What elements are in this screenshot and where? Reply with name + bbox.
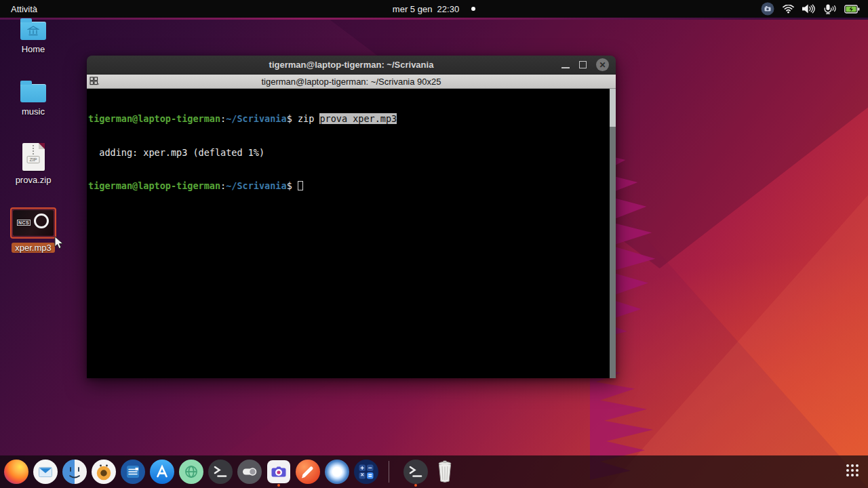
selection-highlight: NCS — [10, 207, 56, 239]
desktop-root: Attività mer 5 gen 22:30 — [0, 0, 868, 488]
tweaks-toggles-icon — [237, 460, 262, 484]
zip-file-icon: ZIP — [22, 143, 45, 171]
dock-item-screenshot[interactable] — [267, 455, 291, 488]
dock-item-signal[interactable] — [325, 455, 349, 488]
terminal-scrollbar[interactable] — [610, 89, 616, 378]
desktop-icon-xper-mp3[interactable]: NCS xper.mp3 — [7, 207, 60, 253]
dock-item-firefox[interactable] — [4, 455, 28, 488]
terminal-body[interactable]: tigerman@laptop-tigerman:~/Scrivania$ zi… — [87, 89, 616, 378]
signal-icon — [325, 460, 349, 484]
album-ring-icon — [34, 214, 49, 228]
desktop-icon-label: Home — [22, 44, 45, 54]
mp3-thumbnail-icon: NCS — [13, 210, 54, 236]
dock — [0, 455, 868, 488]
desktop-icon-music[interactable]: music — [7, 84, 60, 117]
home-folder-icon — [20, 22, 46, 40]
text-editor-pencil-icon — [296, 460, 320, 484]
dock-item-trash[interactable] — [433, 455, 457, 488]
clock[interactable]: mer 5 gen 22:30 — [393, 4, 459, 14]
ncs-logo: NCS — [17, 220, 31, 226]
camera-in-use-icon — [761, 2, 774, 16]
tab-title: tigerman@laptop-tigerman: ~/Scrivania 90… — [87, 77, 616, 87]
terminal-line-command: tigerman@laptop-tigerman:~/Scrivania$ zi… — [88, 113, 608, 125]
music-folder-icon — [20, 84, 46, 102]
trash-icon — [436, 460, 454, 483]
desktop-icon-prova-zip[interactable]: ZIP prova.zip — [7, 143, 60, 185]
donut-icon — [92, 460, 116, 484]
dock-item-donut[interactable] — [92, 455, 116, 488]
activities-button[interactable]: Attività — [11, 4, 37, 14]
system-indicators[interactable] — [761, 2, 860, 16]
wallpaper-glow — [0, 18, 868, 20]
close-button[interactable]: ✕ — [596, 58, 609, 71]
dock-separator — [389, 461, 389, 483]
tab-grid-icon[interactable] — [90, 77, 100, 86]
desktop-icon-label-selected: xper.mp3 — [12, 243, 54, 253]
window-title: tigerman@laptop-tigerman: ~/Scrivania — [87, 60, 616, 70]
show-applications-button[interactable] — [846, 464, 861, 479]
dock-item-documents[interactable] — [121, 455, 145, 488]
top-bar: Attività mer 5 gen 22:30 — [0, 0, 868, 18]
mail-icon — [33, 460, 58, 484]
desktop-icon-home[interactable]: Home — [7, 22, 60, 54]
dock-item-files[interactable] — [62, 455, 87, 488]
scrollbar-thumb[interactable] — [610, 89, 616, 127]
calculator-icon — [354, 460, 378, 484]
terminal-line-output: adding: xper.mp3 (deflated 1%) — [88, 147, 608, 159]
terminal-line-prompt: tigerman@laptop-tigerman:~/Scrivania$ — [88, 180, 608, 192]
terminal-cursor — [298, 181, 303, 190]
desktop-icon-label: prova.zip — [16, 175, 52, 185]
battery-charging-icon — [844, 5, 860, 14]
zipper-icon — [33, 145, 34, 155]
app-store-icon — [150, 460, 174, 484]
software-globe-icon — [179, 460, 203, 484]
documents-icon — [121, 460, 145, 484]
window-titlebar[interactable]: tigerman@laptop-tigerman: ~/Scrivania ✕ — [87, 56, 616, 75]
terminal-window: tigerman@laptop-tigerman: ~/Scrivania ✕ … — [87, 56, 616, 378]
terminal-icon — [403, 460, 428, 484]
selected-text: prova xper.mp3 — [319, 113, 397, 124]
dock-item-appstore[interactable] — [150, 455, 174, 488]
minimize-button[interactable] — [561, 67, 570, 68]
terminal-text[interactable]: tigerman@laptop-tigerman:~/Scrivania$ zi… — [87, 89, 610, 378]
home-emblem-icon — [27, 26, 39, 37]
dock-item-tweaks[interactable] — [237, 455, 262, 488]
volume-icon — [802, 4, 815, 14]
zip-label: ZIP — [27, 156, 40, 163]
microphone-icon — [823, 4, 836, 14]
terminal-icon — [208, 460, 233, 484]
dock-item-terminal[interactable] — [208, 455, 233, 488]
screenshot-camera-icon — [267, 460, 290, 483]
terminal-tabbar[interactable]: tigerman@laptop-tigerman: ~/Scrivania 90… — [87, 75, 616, 89]
firefox-icon — [4, 460, 28, 484]
dock-item-mail[interactable] — [33, 455, 58, 488]
wifi-icon — [783, 5, 794, 14]
dock-item-calculator[interactable] — [354, 455, 378, 488]
desktop-icon-label: music — [22, 106, 45, 117]
maximize-button[interactable] — [579, 61, 587, 68]
dock-item-software[interactable] — [179, 455, 203, 488]
dock-item-texteditor[interactable] — [296, 455, 320, 488]
notification-dot — [471, 7, 475, 11]
dock-item-terminal-running[interactable] — [403, 455, 428, 488]
files-face-icon — [62, 460, 87, 484]
